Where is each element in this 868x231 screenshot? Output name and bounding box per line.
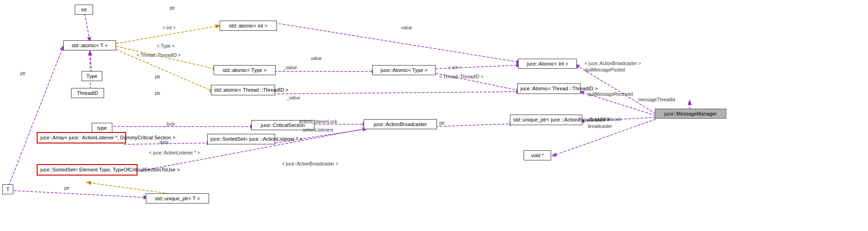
edge-label-value-top: value	[401, 25, 412, 30]
edge-label-threadWithLock: quitMessageReceived	[588, 92, 633, 97]
edge-label-ptr-1: ptr	[170, 6, 175, 11]
edge-label-actionListenerLock: actionListenerLock	[299, 119, 337, 124]
node-ThreadID: ThreadID	[71, 88, 104, 98]
svg-line-4	[90, 51, 92, 72]
edge-label-int-2: < int >	[448, 65, 461, 70]
node-juce-ActionBroadcaster: juce::ActionBroadcaster	[364, 119, 437, 129]
edge-label-juce-ActionListener: < juce::ActionListener * >	[149, 150, 200, 155]
edge-label-data: data	[160, 140, 168, 145]
node-juce-Atomic-Type: juce::Atomic< Type >	[372, 65, 436, 75]
node-std-atomic-T: std::atomic< T >	[63, 40, 116, 50]
edge-label-broadcaster: threadWithLock	[589, 117, 621, 122]
edge-label-ptr-Type: ptr	[155, 74, 160, 79]
edge-label-ptr-broadcaster: ptr	[439, 121, 445, 126]
edge-label-lock: _lock	[164, 121, 175, 126]
svg-line-2	[116, 46, 217, 69]
edge-label-ptr-T: ptr	[64, 186, 70, 191]
edge-label-value-1: _value	[283, 65, 297, 70]
svg-line-19	[87, 182, 177, 195]
edge-label-int: < int >	[163, 25, 176, 30]
arrows-svg	[0, 0, 868, 231]
edge-label-instance: messageThreadId	[638, 97, 675, 102]
node-std-unique-ptr-ActionBroadcaster: std::unique_ptr< juce ::ActionBroadcaste…	[510, 115, 582, 125]
edge-label-ptr-ThreadID: ptr	[155, 91, 160, 96]
node-juce-Array: juce::Array< juce:: ActionListener *, Du…	[37, 132, 126, 143]
node-std-atomic-Type: std::atomic< Type >	[214, 65, 276, 75]
node-juce-SortedSet-Element: juce::SortedSet< Element Type, TypeOfCri…	[37, 164, 138, 176]
node-juce-Atomic-ThreadID: juce::Atomic< Thread ::ThreadID >	[517, 83, 581, 94]
node-std-unique-ptr-T: std::unique_ptr< T >	[146, 193, 209, 204]
node-type: type	[92, 123, 112, 133]
edge-label-quitMessagePosted: < juce::ActionBroadcaster >	[585, 61, 641, 66]
node-Type: Type	[82, 71, 102, 81]
svg-line-18	[14, 191, 148, 198]
node-juce-MessageManager: juce::MessageManager	[655, 109, 726, 119]
edge-label-Type: < Type >	[157, 44, 175, 49]
svg-line-15	[436, 124, 514, 126]
node-std-atomic-int: std::atomic< int >	[220, 21, 277, 31]
edge-label-ptr-left: ptr	[20, 71, 26, 76]
edge-label-ThreadID: < Thread::ThreadID >	[137, 53, 181, 58]
node-void-ptr: void *	[524, 150, 551, 160]
diagram-container: int std::atomic< int > std::atomic< T > …	[0, 0, 868, 231]
edge-label-quitMessageReceived: quitMessagePosted	[585, 67, 625, 72]
edge-label-ThreadID-2: < Thread::ThreadID >	[439, 74, 483, 79]
node-T: T	[2, 184, 13, 194]
edge-label-actionListeners: actionListeners	[303, 127, 333, 132]
edge-label-value-2: _value	[287, 95, 300, 100]
edge-label-messageThreadId: broadcaster	[588, 124, 612, 129]
node-juce-SortedSet-ActionListener: juce::SortedSet< juce ::ActionListener *…	[207, 134, 275, 144]
node-int: int	[75, 5, 93, 15]
node-juce-Atomic-int: juce::Atomic< int >	[518, 59, 577, 69]
node-std-atomic-ThreadID: std::atomic< Thread ::ThreadID >	[211, 85, 275, 95]
svg-line-9	[273, 92, 520, 94]
edge-label-value-mid: value	[311, 56, 322, 61]
edge-label-juce-ActionBroadcaster: < juce::ActionBroadcaster >	[282, 161, 338, 166]
svg-line-5	[90, 51, 90, 89]
